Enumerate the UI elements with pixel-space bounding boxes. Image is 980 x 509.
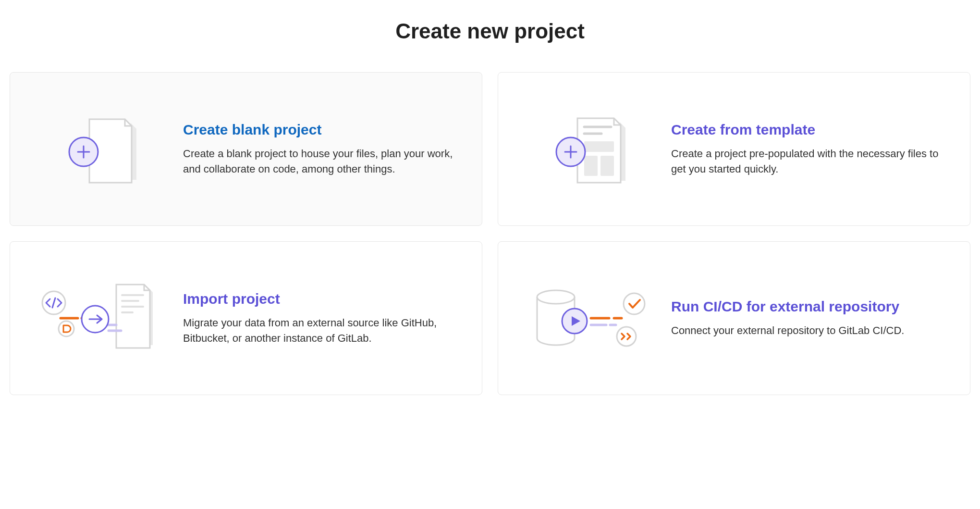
card-description-blank: Create a blank project to house your fil… xyxy=(183,146,458,177)
svg-point-24 xyxy=(537,290,575,304)
card-description-template: Create a project pre-populated with the … xyxy=(671,146,946,177)
project-options-grid: Create blank project Create a blank proj… xyxy=(10,72,970,395)
template-illustration xyxy=(517,99,666,199)
svg-rect-6 xyxy=(584,156,598,176)
cicd-illustration xyxy=(517,268,666,369)
create-project-page: Create new project Create blank project … xyxy=(0,0,980,424)
card-title-import: Import project xyxy=(183,290,458,308)
blank-project-illustration xyxy=(29,99,178,199)
svg-rect-7 xyxy=(600,156,614,176)
svg-rect-5 xyxy=(584,141,614,152)
card-title-cicd: Run CI/CD for external repository xyxy=(671,298,946,315)
page-title: Create new project xyxy=(10,19,970,43)
svg-point-30 xyxy=(624,293,645,314)
card-title-template: Create from template xyxy=(671,121,946,138)
svg-point-31 xyxy=(617,327,636,346)
card-import-project[interactable]: Import project Migrate your data from an… xyxy=(10,241,482,395)
card-title-blank: Create blank project xyxy=(183,121,458,138)
card-description-cicd: Connect your external repository to GitL… xyxy=(671,323,946,338)
card-text: Run CI/CD for external repository Connec… xyxy=(666,298,946,338)
card-run-cicd-external[interactable]: Run CI/CD for external repository Connec… xyxy=(498,241,970,395)
card-create-from-template[interactable]: Create from template Create a project pr… xyxy=(498,72,970,226)
card-text: Create from template Create a project pr… xyxy=(666,121,946,177)
svg-point-17 xyxy=(59,321,74,336)
card-description-import: Migrate your data from an external sourc… xyxy=(183,315,458,346)
import-illustration xyxy=(29,268,178,369)
card-text: Import project Migrate your data from an… xyxy=(178,290,458,346)
card-create-blank-project[interactable]: Create blank project Create a blank proj… xyxy=(10,72,482,226)
card-text: Create blank project Create a blank proj… xyxy=(178,121,458,177)
